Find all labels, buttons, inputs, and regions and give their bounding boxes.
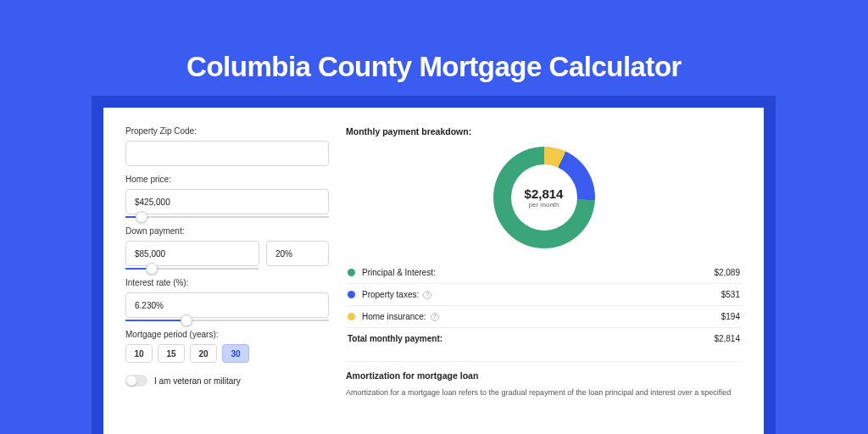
legend-dot-icon bbox=[348, 269, 355, 276]
rate-slider[interactable] bbox=[125, 320, 329, 321]
legend-label-text: Home insurance: bbox=[362, 312, 426, 321]
legend-label: Principal & Interest: bbox=[362, 268, 707, 277]
price-slider[interactable] bbox=[125, 216, 329, 218]
period-option-20[interactable]: 20 bbox=[190, 344, 217, 363]
amortization-card: Amortization for mortgage loan Amortizat… bbox=[346, 361, 742, 399]
legend-row: Property taxes:?$531 bbox=[346, 283, 742, 305]
toggle-knob-icon bbox=[126, 376, 136, 386]
veteran-toggle[interactable] bbox=[125, 375, 147, 387]
total-label: Total monthly payment: bbox=[348, 334, 714, 343]
amortization-title: Amortization for mortgage loan bbox=[346, 370, 742, 381]
legend-label: Home insurance:? bbox=[362, 312, 715, 321]
price-input[interactable]: $425,000 bbox=[125, 189, 329, 214]
slider-fill bbox=[125, 320, 186, 321]
rate-input[interactable]: 6.230% bbox=[125, 292, 329, 318]
inputs-column: Property Zip Code: Home price: $425,000 … bbox=[125, 126, 329, 434]
donut-sublabel: per month bbox=[528, 201, 559, 209]
slider-thumb-icon[interactable] bbox=[136, 211, 147, 223]
down-payment-amount-input[interactable]: $85,000 bbox=[125, 241, 259, 266]
down-payment-label: Down payment: bbox=[125, 226, 329, 236]
breakdown-column: Monthly payment breakdown: $2,814 per mo… bbox=[346, 126, 742, 434]
period-option-10[interactable]: 10 bbox=[125, 344, 153, 363]
breakdown-title: Monthly payment breakdown: bbox=[346, 126, 742, 136]
legend-label-text: Principal & Interest: bbox=[362, 268, 436, 277]
zip-label: Property Zip Code: bbox=[125, 126, 329, 136]
down-payment-row: $85,000 20% bbox=[125, 241, 329, 266]
panel-frame: Property Zip Code: Home price: $425,000 … bbox=[92, 96, 776, 434]
price-label: Home price: bbox=[125, 175, 329, 184]
donut-value: $2,814 bbox=[525, 186, 564, 201]
legend-value: $531 bbox=[721, 290, 740, 299]
legend-label: Property taxes:? bbox=[362, 290, 715, 299]
down-payment-slider[interactable] bbox=[125, 268, 259, 270]
donut-center: $2,814 per month bbox=[511, 164, 577, 231]
legend-label-text: Property taxes: bbox=[362, 290, 419, 299]
rate-label: Interest rate (%): bbox=[125, 278, 329, 287]
calculator-panel: Property Zip Code: Home price: $425,000 … bbox=[103, 108, 764, 434]
legend: Principal & Interest:$2,089Property taxe… bbox=[346, 262, 742, 327]
period-option-15[interactable]: 15 bbox=[158, 344, 185, 363]
slider-thumb-icon[interactable] bbox=[146, 263, 158, 275]
veteran-row: I am veteran or military bbox=[125, 375, 329, 387]
period-option-30[interactable]: 30 bbox=[222, 344, 249, 363]
zip-input[interactable] bbox=[125, 141, 329, 166]
period-group: 10 15 20 30 bbox=[125, 344, 329, 363]
legend-value: $194 bbox=[721, 312, 740, 321]
veteran-label: I am veteran or military bbox=[154, 376, 241, 386]
donut-chart: $2,814 per month bbox=[346, 147, 742, 248]
down-payment-percent-input[interactable]: 20% bbox=[266, 241, 329, 266]
total-value: $2,814 bbox=[714, 334, 740, 343]
total-row: Total monthly payment: $2,814 bbox=[346, 327, 742, 349]
legend-dot-icon bbox=[348, 313, 355, 320]
legend-row: Home insurance:?$194 bbox=[346, 305, 742, 327]
info-icon[interactable]: ? bbox=[431, 313, 439, 321]
period-label: Mortgage period (years): bbox=[125, 330, 329, 339]
legend-row: Principal & Interest:$2,089 bbox=[346, 262, 742, 283]
legend-value: $2,089 bbox=[714, 268, 740, 277]
legend-dot-icon bbox=[348, 291, 355, 298]
info-icon[interactable]: ? bbox=[423, 291, 431, 299]
amortization-body: Amortization for a mortgage loan refers … bbox=[346, 387, 742, 399]
donut-ring-icon: $2,814 per month bbox=[493, 147, 595, 248]
slider-thumb-icon[interactable] bbox=[181, 314, 192, 326]
page-title: Columbia County Mortgage Calculator bbox=[0, 0, 868, 83]
